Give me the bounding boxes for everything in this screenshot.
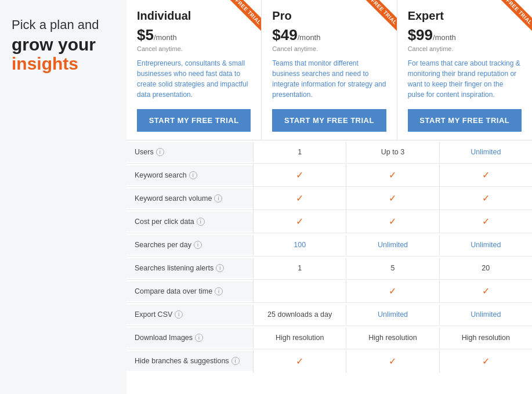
info-icon-8[interactable]: i bbox=[195, 334, 203, 342]
feature-val-9-0: ✓ bbox=[253, 350, 346, 373]
feature-row-5: Searches listening alertsi1520 bbox=[126, 256, 532, 280]
feature-val-1-0: ✓ bbox=[253, 164, 346, 186]
info-icon-6[interactable]: i bbox=[215, 287, 223, 295]
plan-individual-period: /month bbox=[154, 33, 177, 42]
feature-val-3-2: ✓ bbox=[439, 210, 532, 233]
feature-vals-9: ✓✓✓ bbox=[253, 350, 532, 373]
feature-val-5-1: 5 bbox=[346, 258, 439, 278]
feature-row-8: Download ImagesiHigh resolutionHigh reso… bbox=[126, 326, 532, 349]
plan-expert-cta[interactable]: START MY FREE TRIAL bbox=[408, 109, 522, 132]
feature-val-0-2: Unlimited bbox=[439, 142, 532, 162]
feature-label-4: Searches per dayi bbox=[126, 235, 253, 255]
plan-expert: FREE TRIAL Expert $99/month Cancel anyti… bbox=[397, 0, 532, 140]
feature-val-8-1: High resolution bbox=[346, 328, 439, 348]
feature-val-4-1: Unlimited bbox=[346, 235, 439, 255]
feature-val-5-0: 1 bbox=[253, 258, 346, 278]
feature-row-7: Export CSVi25 downloads a dayUnlimitedUn… bbox=[126, 303, 532, 326]
info-icon-4[interactable]: i bbox=[194, 241, 202, 249]
tagline-line3: insights bbox=[12, 54, 115, 74]
plans-header: FREE TRIAL Individual $5/month Cancel an… bbox=[126, 0, 532, 140]
feature-val-8-0: High resolution bbox=[253, 328, 346, 348]
feature-vals-3: ✓✓✓ bbox=[253, 210, 532, 233]
feature-row-9: Hide branches & suggestionsi✓✓✓ bbox=[126, 349, 532, 373]
feature-vals-4: 100UnlimitedUnlimited bbox=[253, 235, 532, 255]
checkmark-3-0: ✓ bbox=[296, 216, 303, 226]
feature-vals-5: 1520 bbox=[253, 258, 532, 278]
plan-expert-period: /month bbox=[433, 33, 456, 42]
info-icon-2[interactable]: i bbox=[214, 194, 222, 203]
plan-individual: FREE TRIAL Individual $5/month Cancel an… bbox=[126, 0, 262, 140]
feature-label-2: Keyword search volumei bbox=[126, 189, 253, 208]
feature-val-9-2: ✓ bbox=[439, 350, 532, 373]
plans-area: FREE TRIAL Individual $5/month Cancel an… bbox=[126, 0, 532, 394]
feature-val-6-1: ✓ bbox=[346, 280, 439, 302]
checkmark-9-2: ✓ bbox=[482, 356, 490, 366]
feature-val-1-1: ✓ bbox=[346, 164, 439, 186]
info-icon-0[interactable]: i bbox=[156, 148, 164, 156]
plan-individual-cancel: Cancel anytime. bbox=[137, 45, 251, 52]
feature-label-8: Download Imagesi bbox=[126, 328, 253, 348]
feature-vals-6: ✓✓ bbox=[253, 280, 532, 302]
checkmark-9-1: ✓ bbox=[389, 356, 396, 366]
info-icon-7[interactable]: i bbox=[175, 310, 183, 319]
feature-label-6: Compare data over timei bbox=[126, 281, 253, 301]
feature-vals-8: High resolutionHigh resolutionHigh resol… bbox=[253, 328, 532, 348]
badge-individual-text: FREE TRIAL bbox=[229, 0, 261, 31]
checkmark-2-2: ✓ bbox=[482, 193, 490, 203]
plan-pro-desc: Teams that monitor different business se… bbox=[272, 58, 386, 100]
feature-val-3-1: ✓ bbox=[346, 210, 439, 233]
feature-label-5: Searches listening alertsi bbox=[126, 258, 253, 278]
feature-val-7-1: Unlimited bbox=[346, 305, 439, 324]
plan-pro-cancel: Cancel anytime. bbox=[272, 45, 386, 52]
tagline-line1: Pick a plan and bbox=[12, 17, 115, 32]
badge-individual: FREE TRIAL bbox=[220, 0, 261, 41]
checkmark-2-1: ✓ bbox=[389, 193, 396, 203]
feature-vals-7: 25 downloads a dayUnlimitedUnlimited bbox=[253, 305, 532, 324]
plan-expert-desc: For teams that care about tracking & mon… bbox=[408, 58, 522, 100]
feature-val-6-2: ✓ bbox=[439, 280, 532, 302]
plan-individual-amount: $5 bbox=[137, 26, 154, 44]
checkmark-6-1: ✓ bbox=[389, 286, 396, 296]
feature-val-2-1: ✓ bbox=[346, 187, 439, 209]
feature-val-9-1: ✓ bbox=[346, 350, 439, 373]
feature-vals-0: 1Up to 3Unlimited bbox=[253, 142, 532, 162]
info-icon-9[interactable]: i bbox=[231, 357, 240, 365]
plan-individual-desc: Entrepreneurs, consultants & small busin… bbox=[137, 58, 251, 100]
info-icon-5[interactable]: i bbox=[216, 264, 224, 272]
plan-individual-cta[interactable]: START MY FREE TRIAL bbox=[137, 109, 251, 132]
feature-row-1: Keyword searchi✓✓✓ bbox=[126, 164, 532, 187]
checkmark-1-0: ✓ bbox=[296, 170, 303, 180]
checkmark-1-1: ✓ bbox=[389, 170, 396, 180]
features-section: Usersi1Up to 3UnlimitedKeyword searchi✓✓… bbox=[126, 140, 532, 373]
feature-vals-2: ✓✓✓ bbox=[253, 187, 532, 209]
info-icon-3[interactable]: i bbox=[197, 218, 205, 226]
feature-row-0: Usersi1Up to 3Unlimited bbox=[126, 140, 532, 164]
feature-val-0-1: Up to 3 bbox=[346, 142, 439, 162]
checkmark-6-2: ✓ bbox=[482, 286, 490, 296]
page: Pick a plan and grow your insights FREE … bbox=[0, 0, 532, 394]
checkmark-3-1: ✓ bbox=[389, 216, 396, 226]
feature-label-1: Keyword searchi bbox=[126, 165, 253, 185]
checkmark-1-2: ✓ bbox=[482, 170, 490, 180]
feature-val-4-0: 100 bbox=[253, 235, 346, 255]
plan-pro-amount: $49 bbox=[272, 26, 297, 44]
feature-label-3: Cost per click datai bbox=[126, 212, 253, 232]
badge-expert: FREE TRIAL bbox=[491, 0, 532, 41]
checkmark-9-0: ✓ bbox=[296, 356, 303, 366]
info-icon-1[interactable]: i bbox=[189, 171, 197, 179]
feature-val-0-0: 1 bbox=[253, 142, 346, 162]
checkmark-3-2: ✓ bbox=[482, 216, 490, 226]
feature-label-7: Export CSVi bbox=[126, 305, 253, 324]
feature-row-4: Searches per dayi100UnlimitedUnlimited bbox=[126, 233, 532, 256]
feature-row-2: Keyword search volumei✓✓✓ bbox=[126, 187, 532, 210]
badge-pro-text: FREE TRIAL bbox=[364, 0, 397, 31]
feature-row-6: Compare data over timei✓✓ bbox=[126, 280, 532, 303]
feature-val-2-2: ✓ bbox=[439, 187, 532, 209]
feature-row-3: Cost per click datai✓✓✓ bbox=[126, 210, 532, 233]
plan-expert-amount: $99 bbox=[408, 26, 433, 44]
feature-val-4-2: Unlimited bbox=[439, 235, 532, 255]
plan-pro: FREE TRIAL Pro $49/month Cancel anytime.… bbox=[262, 0, 397, 140]
feature-val-3-0: ✓ bbox=[253, 210, 346, 233]
left-panel: Pick a plan and grow your insights bbox=[0, 0, 126, 394]
plan-pro-cta[interactable]: START MY FREE TRIAL bbox=[272, 109, 386, 132]
